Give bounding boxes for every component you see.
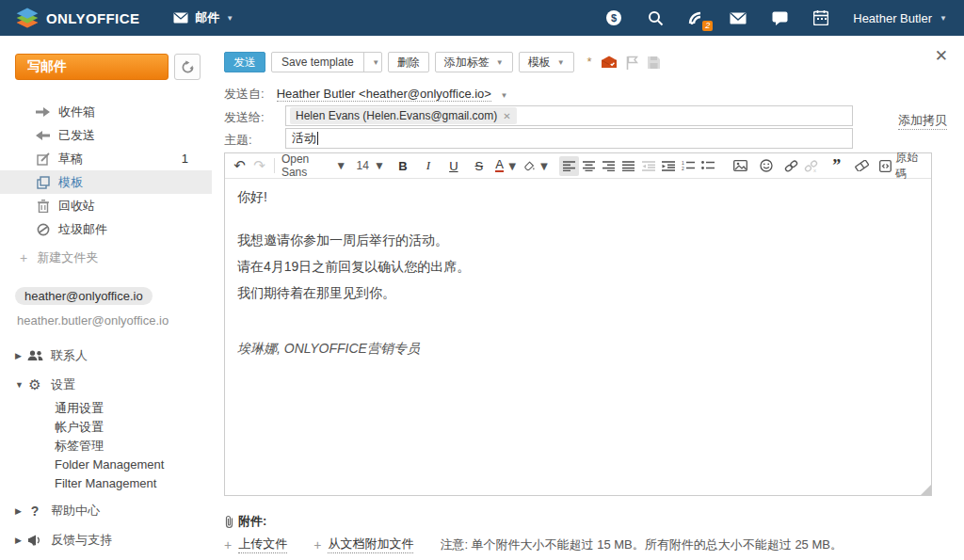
new-folder-button[interactable]: + 新建文件夹 xyxy=(0,249,212,266)
sidebar-item-account-settings[interactable]: 帐户设置 xyxy=(55,418,212,437)
underline-icon[interactable]: U xyxy=(443,156,463,176)
sidebar-item-folder-management[interactable]: Folder Management xyxy=(55,456,212,474)
subject-row: 主题: 活动 xyxy=(224,132,273,149)
account-primary[interactable]: heather@onlyoffice.io xyxy=(15,287,153,305)
sidebar-item-trash[interactable]: 回收站 xyxy=(0,194,212,217)
read-receipt-icon[interactable] xyxy=(601,56,618,69)
bold-icon[interactable]: B xyxy=(393,156,412,176)
insert-image-icon[interactable] xyxy=(731,156,750,176)
delete-button[interactable]: 删除 xyxy=(388,52,429,72)
indent-icon[interactable] xyxy=(658,156,678,176)
help-label: 帮助中心 xyxy=(51,503,100,520)
svg-text:2: 2 xyxy=(682,166,684,171)
sidebar-item-general-settings[interactable]: 通用设置 xyxy=(55,399,212,418)
sidebar-item-feedback[interactable]: ▶ 反馈与支持 xyxy=(0,525,212,554)
templates-button[interactable]: 模板 ▼ xyxy=(519,52,574,72)
editor-resize-handle[interactable] xyxy=(921,485,931,495)
mail-icon[interactable] xyxy=(729,8,747,27)
insert-link-icon[interactable] xyxy=(781,156,801,176)
folder-label: 收件箱 xyxy=(58,104,95,120)
blockquote-icon[interactable]: ” xyxy=(827,156,846,176)
font-color-icon[interactable]: A▼ xyxy=(494,156,519,176)
importance-icon[interactable]: * xyxy=(587,57,592,67)
sidebar-item-tag-management[interactable]: 标签管理 xyxy=(55,437,212,456)
unlink-icon[interactable]: x xyxy=(801,156,821,176)
user-name: Heather Butler xyxy=(853,11,932,25)
save-draft-icon[interactable] xyxy=(647,56,661,70)
source-code-icon xyxy=(879,160,892,172)
sidebar-item-spam[interactable]: 垃圾邮件 xyxy=(0,217,212,241)
sidebar-item-contacts[interactable]: ▶ 联系人 xyxy=(0,341,212,370)
chevron-down-icon: ▼ xyxy=(557,58,565,67)
subject-input[interactable]: 活动 xyxy=(285,128,853,149)
sidebar-item-help-center[interactable]: ▶ ? 帮助中心 xyxy=(0,496,212,525)
contacts-label: 联系人 xyxy=(51,347,88,364)
to-input[interactable]: Helen Evans (Helen.Evans@gmail.com) ✕ xyxy=(285,105,853,126)
add-tag-button[interactable]: 添加标签 ▼ xyxy=(435,52,513,72)
highlight-color-icon[interactable]: ▼ xyxy=(522,156,552,176)
emoji-icon[interactable] xyxy=(756,156,776,176)
feedback-label: 反馈与支持 xyxy=(51,532,112,549)
envelope-icon xyxy=(173,12,188,24)
add-cc-link[interactable]: 添加拷贝 xyxy=(898,112,947,130)
ordered-list-icon[interactable]: 12 xyxy=(678,156,698,176)
refresh-button[interactable] xyxy=(174,54,201,80)
source-code-button[interactable]: 原始碼 xyxy=(877,156,926,176)
clear-format-icon[interactable] xyxy=(852,156,872,176)
sidebar-item-sent[interactable]: 已发送 xyxy=(0,123,212,147)
body-paragraph: 我想邀请你参加一周后举行的活动。 xyxy=(237,231,919,249)
message-body-input[interactable]: 你好! 我想邀请你参加一周后举行的活动。 请在4月19日之前回复以确认您的出席。… xyxy=(225,179,931,495)
undo-icon[interactable]: ↶ xyxy=(230,156,249,176)
align-right-icon[interactable] xyxy=(599,156,619,176)
account-secondary[interactable]: heather.butler@onlyoffice.io xyxy=(15,313,212,328)
save-template-button[interactable]: Save template ▼ xyxy=(271,52,382,72)
sidebar-item-filter-management[interactable]: Filter Management xyxy=(55,474,212,493)
talk-icon[interactable] xyxy=(770,8,789,27)
mail-module-menu[interactable]: 邮件 ▼ xyxy=(173,9,233,26)
redo-icon[interactable]: ↷ xyxy=(249,156,269,176)
source-code-label: 原始碼 xyxy=(895,150,924,182)
attach-from-docs-link[interactable]: + 从文档附加文件 xyxy=(313,536,413,553)
compose-button[interactable]: 写邮件 xyxy=(15,54,169,80)
bullet-list-icon[interactable] xyxy=(698,156,717,176)
font-name-value: Open Sans xyxy=(281,152,330,179)
align-left-icon[interactable] xyxy=(559,156,579,176)
onlyoffice-logo-icon xyxy=(15,7,40,29)
sidebar-item-drafts[interactable]: 草稿 1 xyxy=(0,147,212,170)
toolbar-divider xyxy=(274,158,275,173)
recipient-name: Helen Evans (Helen.Evans@gmail.com) xyxy=(296,109,497,122)
folder-label: 已发送 xyxy=(58,127,95,144)
user-menu[interactable]: Heather Butler ▼ xyxy=(853,11,947,25)
question-mark-icon: ? xyxy=(26,504,43,519)
sidebar-item-inbox[interactable]: 收件箱 xyxy=(0,100,212,123)
chevron-down-icon: ▼ xyxy=(496,58,504,67)
add-tag-label: 添加标签 xyxy=(444,55,490,71)
onlyoffice-logo[interactable]: ONLYOFFICE xyxy=(15,7,139,29)
sidebar-item-settings[interactable]: ▼ ⚙ 设置 xyxy=(0,370,212,399)
refresh-icon xyxy=(181,60,195,74)
send-button[interactable]: 发送 xyxy=(224,52,265,72)
font-name-select[interactable]: Open Sans ▼ xyxy=(280,156,348,176)
italic-icon[interactable]: I xyxy=(418,156,438,176)
flag-icon[interactable] xyxy=(626,56,638,70)
upload-file-link[interactable]: + 上传文件 xyxy=(224,536,287,553)
remove-recipient-icon[interactable]: ✕ xyxy=(503,111,510,121)
draft-icon xyxy=(36,152,50,166)
signature-text: 埃琳娜, ONLYOFFICE营销专员 xyxy=(237,339,919,358)
contacts-icon xyxy=(26,350,43,361)
sidebar-item-templates[interactable]: 模板 xyxy=(0,170,212,194)
attach-from-docs-label: 从文档附加文件 xyxy=(328,536,413,553)
close-icon[interactable]: ✕ xyxy=(935,49,948,64)
strikethrough-icon[interactable]: S xyxy=(469,156,489,176)
align-justify-icon[interactable] xyxy=(619,156,638,176)
outdent-icon[interactable] xyxy=(638,156,658,176)
feed-icon[interactable]: 2 xyxy=(687,8,706,27)
recipient-chip[interactable]: Helen Evans (Helen.Evans@gmail.com) ✕ xyxy=(290,107,517,124)
calendar-icon[interactable] xyxy=(811,8,830,27)
align-center-icon[interactable] xyxy=(579,156,599,176)
payments-icon[interactable]: $ xyxy=(604,8,623,27)
save-template-dropdown[interactable]: ▼ xyxy=(363,53,381,72)
from-selector[interactable]: Heather Butler <heather@onlyoffice.io> xyxy=(277,87,491,102)
font-size-select[interactable]: 14 ▼ xyxy=(356,156,385,176)
search-icon[interactable] xyxy=(646,8,665,27)
